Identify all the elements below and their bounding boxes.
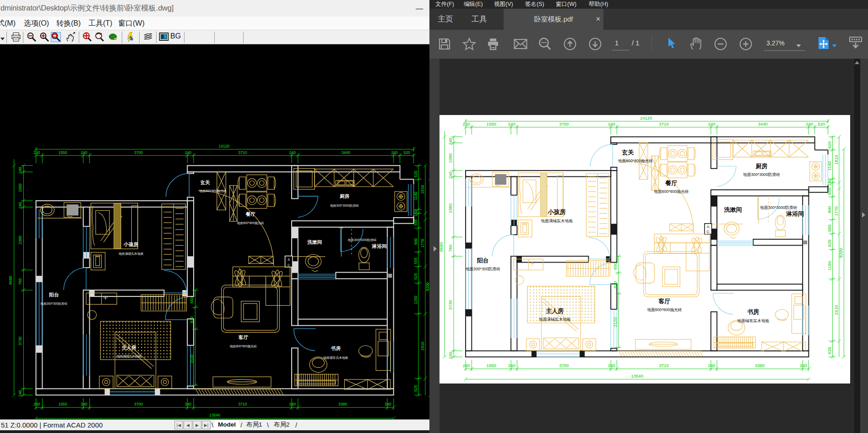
svg-text:3700: 3700 — [134, 150, 142, 154]
svg-text:240: 240 — [608, 121, 615, 126]
svg-text:240: 240 — [708, 121, 716, 126]
svg-text:1550: 1550 — [58, 150, 67, 154]
svg-text:625: 625 — [413, 273, 418, 280]
svg-text:650: 650 — [613, 263, 618, 270]
svg-text:8200: 8200 — [425, 282, 429, 291]
svg-text:3710: 3710 — [659, 363, 669, 368]
svg-text:地面满铺实木地板: 地面满铺实木地板 — [118, 252, 144, 255]
svg-text:240: 240 — [508, 363, 515, 368]
svg-text:240: 240 — [81, 150, 87, 154]
svg-text:13540: 13540 — [209, 413, 220, 417]
svg-text:240: 240 — [18, 390, 22, 396]
svg-text:地面铺装实木地板: 地面铺装实木地板 — [323, 356, 348, 359]
svg-text:主人房: 主人房 — [546, 308, 564, 315]
svg-text:240: 240 — [18, 167, 22, 173]
svg-text:地面800*800抛光砖: 地面800*800抛光砖 — [618, 159, 653, 163]
svg-text:地面满铺实木地板: 地面满铺实木地板 — [540, 219, 573, 223]
svg-text:洗漱间: 洗漱间 — [723, 206, 742, 213]
svg-text:2120: 2120 — [613, 318, 618, 327]
svg-text:240: 240 — [385, 402, 391, 406]
svg-text:3710: 3710 — [659, 121, 669, 126]
svg-text:1810: 1810 — [420, 185, 424, 194]
svg-text:240: 240 — [289, 402, 295, 406]
svg-text:地面铺装实木地板: 地面铺装实木地板 — [737, 318, 769, 323]
svg-text:240: 240 — [708, 363, 716, 368]
svg-text:3730: 3730 — [18, 336, 22, 345]
svg-text:地面800*800抛光砖: 地面800*800抛光砖 — [236, 221, 264, 225]
svg-text:14120: 14120 — [640, 115, 652, 121]
svg-text:餐厅: 餐厅 — [665, 180, 677, 186]
svg-text:2410: 2410 — [834, 305, 839, 315]
svg-text:地面300*3000防滑砖: 地面300*3000防滑砖 — [760, 206, 797, 210]
svg-text:地面300*300防滑砖: 地面300*300防滑砖 — [465, 267, 500, 271]
svg-text:主人房: 主人房 — [121, 345, 136, 350]
svg-text:1090: 1090 — [18, 183, 22, 192]
svg-text:1140: 1140 — [413, 192, 418, 200]
svg-text:1160: 1160 — [413, 296, 418, 304]
svg-text:830: 830 — [190, 316, 194, 323]
svg-text:C: C — [707, 230, 710, 235]
svg-text:8680: 8680 — [8, 276, 13, 285]
svg-text:830: 830 — [613, 281, 618, 289]
svg-text:520: 520 — [827, 142, 832, 149]
svg-text:玄关: 玄关 — [200, 179, 210, 185]
svg-text:餐厅: 餐厅 — [245, 211, 255, 217]
svg-text:650: 650 — [190, 297, 194, 303]
svg-text:玄关: 玄关 — [621, 149, 634, 156]
svg-text:555: 555 — [413, 219, 418, 225]
svg-text:1090: 1090 — [448, 153, 453, 163]
svg-text:1810: 1810 — [834, 155, 839, 164]
svg-text:240: 240 — [448, 138, 453, 145]
svg-text:3380: 3380 — [338, 402, 347, 406]
svg-text:240: 240 — [508, 121, 515, 126]
svg-text:地面300*3000防滑砖: 地面300*3000防滑砖 — [347, 238, 376, 241]
svg-text:书房: 书房 — [330, 345, 341, 351]
svg-text:520: 520 — [413, 170, 418, 177]
svg-text:8680: 8680 — [439, 242, 444, 252]
svg-text:240: 240 — [184, 402, 191, 406]
svg-text:厨房: 厨房 — [755, 163, 767, 170]
svg-text:240: 240 — [448, 172, 453, 179]
svg-text:555: 555 — [413, 257, 418, 263]
svg-text:760: 760 — [448, 245, 453, 252]
svg-text:900: 900 — [827, 206, 832, 214]
svg-text:8200: 8200 — [838, 248, 843, 258]
svg-text:240: 240 — [806, 121, 813, 126]
svg-text:240: 240 — [391, 150, 397, 154]
svg-text:240: 240 — [448, 352, 453, 359]
svg-text:1550: 1550 — [58, 402, 67, 406]
svg-text:3380: 3380 — [755, 363, 765, 368]
svg-text:小孩房: 小孩房 — [123, 241, 138, 247]
svg-text:C: C — [288, 263, 290, 267]
svg-text:3710: 3710 — [238, 150, 247, 154]
svg-text:240: 240 — [33, 402, 40, 406]
svg-text:150: 150 — [413, 209, 418, 216]
svg-text:3710: 3710 — [238, 402, 247, 406]
svg-text:240: 240 — [608, 363, 615, 368]
svg-text:小孩房: 小孩房 — [548, 209, 566, 216]
svg-text:3700: 3700 — [559, 363, 569, 368]
svg-text:240: 240 — [800, 363, 807, 368]
svg-text:地面300*300防滑砖: 地面300*300防滑砖 — [40, 302, 68, 306]
svg-text:1770: 1770 — [420, 239, 424, 247]
svg-text:A: A — [288, 258, 290, 261]
svg-text:3440: 3440 — [758, 121, 768, 126]
svg-text:240: 240 — [18, 202, 22, 208]
svg-text:240: 240 — [184, 150, 191, 154]
svg-text:2120: 2120 — [190, 354, 194, 363]
svg-text:625: 625 — [827, 347, 832, 354]
svg-text:760: 760 — [18, 278, 22, 285]
svg-text:厨房: 厨房 — [339, 193, 349, 199]
svg-text:地面300*3000防滑砖: 地面300*3000防滑砖 — [743, 173, 780, 177]
svg-text:地面满铺实木地板: 地面满铺实木地板 — [538, 318, 571, 322]
svg-text:3730: 3730 — [448, 301, 453, 310]
svg-text:阳台: 阳台 — [477, 257, 489, 264]
svg-text:3700: 3700 — [134, 402, 142, 406]
svg-text:900: 900 — [413, 238, 418, 245]
svg-text:625: 625 — [413, 385, 418, 391]
svg-text:240: 240 — [81, 402, 87, 406]
svg-text:2380: 2380 — [18, 236, 22, 244]
svg-text:3700: 3700 — [559, 121, 569, 126]
svg-text:240: 240 — [463, 363, 470, 368]
svg-text:240: 240 — [289, 150, 295, 154]
